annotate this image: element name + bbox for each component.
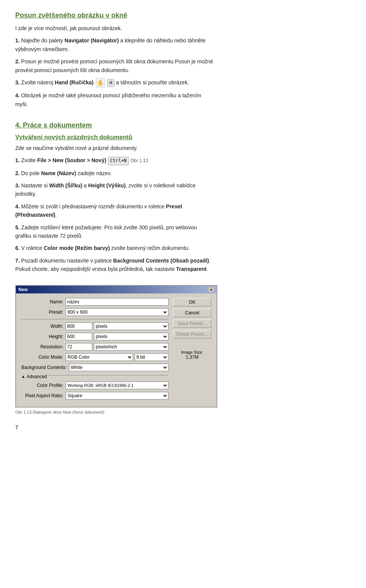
section4-title: 4. Práce s dokumentem: [15, 121, 214, 129]
advanced-divider: [48, 375, 169, 378]
advanced-arrow-icon: ▲: [21, 374, 25, 379]
background-label: Background Contents:: [21, 365, 67, 370]
shortcut-key-ctrl-n: Ctrl+N: [108, 157, 129, 165]
image-size-section: Image Size: 1,37M: [173, 347, 211, 360]
advanced-section: Color Profile: Working RGB: sRGB IEC6196…: [21, 382, 169, 400]
list-item: 3. Zvolte nástroj Hand (Ručička) ✋ H a t…: [15, 78, 214, 87]
width-row: Width: pixels: [21, 322, 169, 330]
color-mode-row: Color Mode: RGB Color 8 bit: [21, 353, 169, 361]
height-row: Height: pixels: [21, 333, 169, 340]
intro-text: I zde je více možností, jak posunout obr…: [15, 24, 214, 32]
width-input-group: pixels: [66, 322, 169, 330]
step-item: 1. Zvolte File > New (Soubor > Nový) Ctr…: [15, 156, 214, 165]
shortcut-key: H: [107, 79, 114, 87]
step-item: 3. Nastavte si Width (Šířku) a Height (V…: [15, 181, 214, 198]
color-profile-row: Color Profile: Working RGB: sRGB IEC6196…: [21, 382, 169, 389]
dialog-titlebar: New ×: [16, 286, 217, 293]
hand-tool-icon: ✋: [96, 78, 105, 87]
height-input-group: pixels: [66, 333, 169, 340]
height-label: Height:: [21, 334, 63, 339]
resolution-input-group: pixels/inch: [66, 343, 169, 351]
dialog-body: Name: Preset: 800 x 600 Width:: [16, 293, 217, 407]
width-input[interactable]: [66, 322, 92, 330]
resolution-unit-select[interactable]: pixels/inch: [94, 343, 169, 351]
ok-button[interactable]: OK: [173, 298, 211, 306]
pixel-aspect-select[interactable]: Square: [66, 392, 169, 400]
advanced-toggle[interactable]: ▲ Advanced: [21, 374, 47, 379]
color-mode-label: Color Mode:: [21, 354, 63, 360]
color-profile-label: Color Profile:: [21, 383, 63, 388]
height-unit-select[interactable]: pixels: [94, 333, 169, 340]
preset-row: Preset: 800 x 600: [21, 308, 169, 316]
pixel-aspect-row: Pixel Aspect Ratio: Square: [21, 392, 169, 400]
image-size-value: 1,37M: [173, 354, 211, 360]
delete-preset-button[interactable]: Delete Preset...: [173, 330, 211, 338]
dialog-form: Name: Preset: 800 x 600 Width:: [21, 298, 169, 402]
name-label: Name:: [21, 299, 63, 304]
save-preset-button[interactable]: Save Preset...: [173, 319, 211, 328]
resolution-row: Resolution: pixels/inch: [21, 343, 169, 351]
color-mode-select[interactable]: RGB Color: [66, 353, 133, 361]
close-icon[interactable]: ×: [208, 287, 214, 292]
dialog-wrapper: New × Name: Preset: 800 x 600: [15, 285, 214, 416]
height-input[interactable]: [66, 333, 92, 340]
advanced-label: Advanced: [27, 374, 47, 379]
page-title: Posun zvětšeného obrázku v okně: [15, 11, 214, 19]
name-input[interactable]: [66, 298, 169, 306]
color-profile-select[interactable]: Working RGB: sRGB IEC61966-2.1: [66, 382, 169, 389]
figure-ref: Obr 1.13: [130, 158, 148, 163]
name-row: Name:: [21, 298, 169, 306]
step-item: 7. Pozadí dokumentu nastavíte v paletce …: [15, 256, 214, 274]
list-item: 2. Posun je možné provést pomocí posuvný…: [15, 57, 214, 74]
new-document-dialog: New × Name: Preset: 800 x 600: [15, 285, 217, 408]
color-mode-inputs: RGB Color 8 bit: [66, 353, 169, 361]
step-item: 2. Do pole Name (Název) zadejte název.: [15, 169, 214, 177]
image-size-label: Image Size:: [173, 350, 211, 354]
resolution-input[interactable]: [66, 343, 92, 351]
preset-select[interactable]: 800 x 600: [66, 308, 169, 316]
width-label: Width:: [21, 324, 63, 329]
dialog-buttons: OK Cancel Save Preset... Delete Preset..…: [173, 298, 211, 402]
list-item: 4. Obrázek je možné také přesunout pomoc…: [15, 91, 214, 108]
width-unit-select[interactable]: pixels: [94, 322, 169, 330]
subsection-title: Vytváření nových prázdných dokumentů: [15, 134, 214, 141]
dialog-title: New: [18, 287, 28, 292]
step-item: 4. Můžete si zvolit i přednastavený rozm…: [15, 202, 214, 219]
color-depth-select[interactable]: 8 bit: [135, 353, 169, 361]
resolution-label: Resolution:: [21, 344, 63, 350]
step-item: 5. Zadejte rozlišení které požadujete. P…: [15, 223, 214, 240]
subsection-intro: Zde se naučíme vytvářet nové a prázné do…: [15, 144, 214, 152]
pixel-aspect-label: Pixel Aspect Ratio:: [21, 393, 63, 398]
background-select[interactable]: White: [69, 364, 169, 371]
step-item: 6. V roletce Color mode (Režim barvy) zv…: [15, 244, 214, 252]
figure-caption: Obr 1.13 Dialogové okno New (Nový dokume…: [15, 409, 214, 416]
list-item: 1. Najeďte do palety Navigator (Navigáto…: [15, 36, 214, 53]
background-row: Background Contents: White: [21, 364, 169, 371]
page-number: 7: [15, 423, 214, 432]
advanced-row: ▲ Advanced: [21, 374, 169, 379]
preset-label: Preset:: [21, 309, 63, 315]
cancel-button[interactable]: Cancel: [173, 309, 211, 317]
